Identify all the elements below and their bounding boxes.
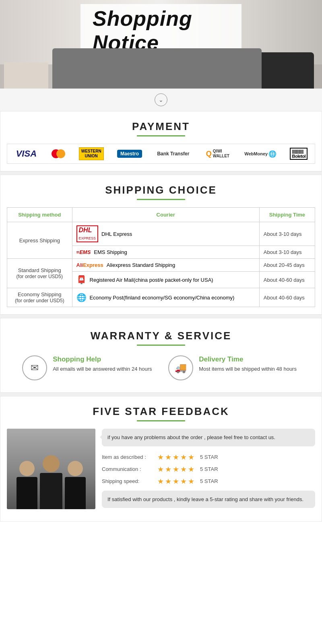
communication-stars: ★ ★ ★ ★ ★ [157,465,194,474]
star-icon: ★ [180,477,187,486]
payment-logos-container: VISA WESTERNUNION Maestro Bank Transfer … [7,144,315,164]
star-icon: ★ [173,465,179,474]
standard-shipping-method: Standard Shipping(for order over USD5) [7,259,72,288]
dhl-name: DHL Express [101,231,132,237]
star-icon: ★ [157,477,164,486]
star-icon: ★ [157,465,164,474]
shipping-title: SHIPPING CHOICE [7,184,315,196]
qiwi-logo: Q QIWIWALLET [204,148,231,159]
globe-icon: 🌐 [268,150,277,158]
feedback-speech-bubble: if you have any problems about the order… [102,429,315,446]
express-shipping-method: Express Shipping [7,222,72,259]
chevron-down-icon: ⌄ [155,93,167,106]
dhl-logo: DHLEXPRESS [76,225,99,242]
hero-section: Shopping Notice [0,0,322,89]
table-row: Standard Shipping(for order over USD5) A… [7,259,315,272]
delivery-time-desc: Most items will be shipped within 48 hou… [199,365,297,373]
feedback-row-communication: Communication : ★ ★ ★ ★ ★ 5 STAR [102,465,315,474]
chinapost-time: About 40-60 days [259,272,315,288]
shipping-speed-label: Shipping speed: [102,478,154,484]
described-label: Item as described : [102,454,154,460]
feedback-underline [137,420,185,421]
ems-time: About 3-10 days [259,246,315,259]
star-icon: ★ [188,477,194,486]
courier-header: Courier [72,208,259,222]
shopping-help-card: ✉ Shopping Help All emails will be answe… [22,355,154,380]
ali-courier-cell: AliExpress Aliexpress Standard Shipping [72,259,259,272]
table-row: Express Shipping DHLEXPRESS DHL Express … [7,222,315,246]
shopping-help-heading: Shopping Help [53,355,152,363]
section-divider-3 [0,393,322,396]
star-icon: ★ [173,453,179,462]
feedback-title: FIVE STAR FEEDBACK [7,405,315,418]
truck-icon: 🚚 [168,355,193,380]
payment-section: PAYMENT VISA WESTERNUNION Maestro Bank T… [0,111,322,171]
chinapost-courier-cell: 📮 Registered Air Mail(china post/e packe… [72,272,259,288]
shipping-badge: 5 STAR [200,478,218,484]
feedback-right-panel: if you have any problems about the order… [102,429,315,508]
table-row: Economy Shipping(for order under USD5) 🌐… [7,288,315,307]
payment-underline [137,135,185,136]
ali-time: About 20-45 days [259,259,315,272]
star-icon: ★ [173,477,179,486]
section-divider-2 [0,315,322,318]
delivery-time-content: Delivery Time Most items will be shipped… [199,355,297,373]
bank-transfer-logo: Bank Transfer [155,150,191,157]
warranty-title: WARRANTY & SERVICE [7,330,315,342]
aliexpress-logo: AliExpress [76,262,103,268]
section-divider-1 [0,171,322,175]
economy-shipping-method: Economy Shipping(for order under USD5) [7,288,72,307]
maestro-logo: Maestro [117,150,142,158]
shipping-table: Shipping method Courier Shipping Time Ex… [7,207,315,307]
economy-name: Economy Post(finland economy/SG economy/… [90,295,235,301]
ali-name: Aliexpress Standard Shipping [107,262,175,268]
shopping-help-desc: All emails will be answered within 24 ho… [53,365,152,373]
feedback-people-image [7,429,95,509]
described-badge: 5 STAR [200,454,218,460]
communication-label: Communication : [102,466,154,472]
china-post-logo: 📮 [76,275,87,285]
star-icon: ★ [157,453,164,462]
ems-logo: ≡EMS [76,249,91,255]
described-stars: ★ ★ ★ ★ ★ [157,453,194,462]
shipping-stars: ★ ★ ★ ★ ★ [157,477,194,486]
warranty-section: WARRANTY & SERVICE ✉ Shopping Help All e… [0,318,322,393]
dhl-courier-cell: DHLEXPRESS DHL Express [72,222,259,246]
ems-courier-cell: ≡EMS EMS Shipping [72,246,259,259]
star-icon: ★ [188,465,194,474]
boleto-logo: |||||||||||Boletol [290,148,308,160]
star-icon: ★ [188,453,194,462]
visa-logo: VISA [14,148,38,160]
shipping-underline [137,199,185,200]
ems-name: EMS Shipping [94,249,127,255]
shipping-time-header: Shipping Time [259,208,315,222]
western-union-logo: WESTERNUNION [79,147,104,160]
warranty-underline [137,345,185,346]
warranty-cards-container: ✉ Shopping Help All emails will be answe… [7,355,315,380]
dhl-time: About 3-10 days [259,222,315,246]
star-icon: ★ [180,453,187,462]
star-icon: ★ [165,465,171,474]
shipping-method-header: Shipping method [7,208,72,222]
email-icon: ✉ [22,355,47,380]
delivery-time-card: 🚚 Delivery Time Most items will be shipp… [168,355,300,380]
feedback-row-described: Item as described : ★ ★ ★ ★ ★ 5 STAR [102,453,315,462]
mastercard-logo [52,149,65,158]
shopping-help-content: Shopping Help All emails will be answere… [53,355,152,373]
payment-title: PAYMENT [7,120,315,133]
scroll-indicator: ⌄ [0,89,322,111]
economy-courier-cell: 🌐 Economy Post(finland economy/SG econom… [72,288,259,307]
star-icon: ★ [165,453,171,462]
feedback-content-container: if you have any problems about the order… [7,429,315,509]
communication-badge: 5 STAR [200,466,218,472]
economy-post-logo: 🌐 [76,293,87,302]
shipping-section: SHIPPING CHOICE Shipping method Courier … [0,175,322,315]
feedback-section: FIVE STAR FEEDBACK [0,396,322,522]
star-icon: ★ [165,477,171,486]
webmoney-logo: WebMoney 🌐 [244,150,277,158]
feedback-row-shipping: Shipping speed: ★ ★ ★ ★ ★ 5 STAR [102,477,315,486]
economy-time: About 40-60 days [259,288,315,307]
delivery-time-heading: Delivery Time [199,355,297,363]
feedback-note: If satisfied with our products , kindly … [102,491,315,508]
page-title: Shopping Notice [93,6,229,55]
